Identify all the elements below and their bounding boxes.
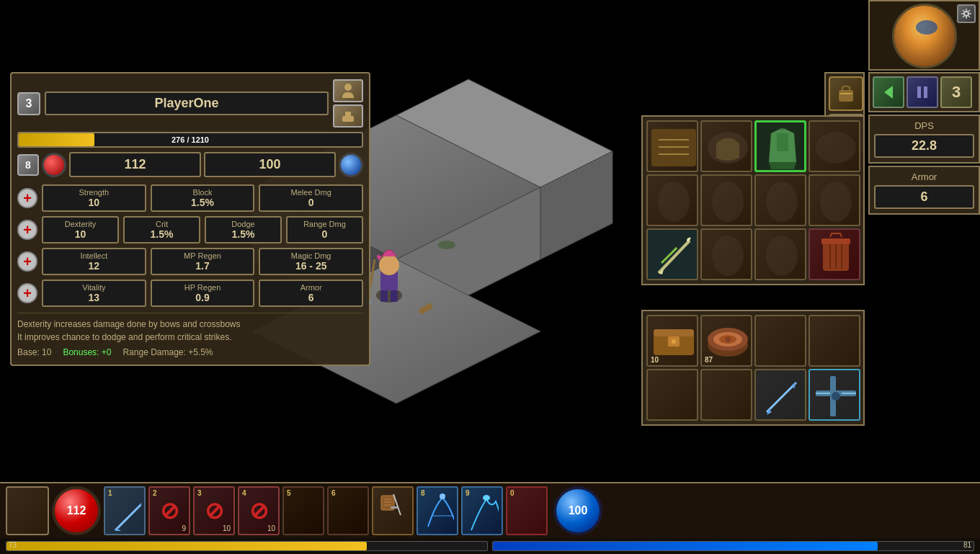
mp-orb [339, 153, 363, 177]
svg-point-34 [820, 182, 852, 222]
strength-plus-btn[interactable]: + [17, 188, 37, 208]
svg-point-87 [483, 495, 490, 501]
equip-slot-0[interactable] [646, 120, 698, 172]
equip-slot-4[interactable] [646, 174, 698, 226]
hotbar-slot-8[interactable]: 8 [416, 486, 458, 535]
mp-regen-label: MP Regen [155, 251, 251, 260]
block-label: Block [155, 188, 251, 197]
bag-slot-2[interactable] [754, 315, 806, 367]
hotbar-slot-4[interactable]: 4 ⊘ 10 [238, 486, 280, 535]
anvil-icon [339, 107, 357, 125]
dex-range-damage: Range Damage: +5.5% [122, 346, 213, 359]
equip-slot-6[interactable] [754, 174, 806, 226]
hotbar-slot-5[interactable]: 5 [282, 486, 324, 535]
svg-rect-47 [654, 329, 694, 336]
vitality-row: + Vitality 13 HP Regen 0.9 Armor 6 [17, 280, 363, 307]
crit-label: Crit [128, 220, 196, 228]
mp-regen-value: 1.7 [155, 260, 251, 272]
svg-rect-18 [342, 116, 354, 122]
vitality-value: 13 [46, 292, 142, 303]
bag-slot-6[interactable] [754, 369, 806, 421]
equip-slot-1[interactable] [700, 120, 752, 172]
svg-point-85 [440, 493, 445, 499]
bag-slot-0[interactable]: 10 [646, 315, 698, 367]
svg-rect-20 [840, 93, 852, 94]
dex-description: Dexterity increases damage done by bows … [17, 318, 363, 331]
equip-slot-8[interactable] [646, 228, 698, 280]
bag-grid: 10 87 [646, 315, 860, 421]
intellect-plus-btn[interactable]: + [17, 251, 37, 272]
equip-slot-9[interactable] [700, 228, 752, 280]
xp-text: 276 / 1210 [172, 135, 209, 144]
equip-slot-trash[interactable] [808, 228, 860, 280]
hp-globe-bottom: 112 [52, 486, 101, 535]
bag-icon [835, 83, 857, 104]
svg-point-17 [344, 84, 352, 91]
bag-slot-1[interactable]: 87 [700, 315, 752, 367]
equip-slot-5[interactable] [700, 174, 752, 226]
green-arrow-btn[interactable] [873, 76, 904, 108]
hotbar-3-num: 3 [197, 489, 202, 497]
strength-row: + Strength 10 Block 1.5% Melee Dmg 0 [17, 184, 363, 212]
xp-bar-left-num: 73 [9, 541, 17, 549]
svg-rect-19 [839, 90, 853, 102]
equip-slot-2[interactable] [754, 120, 806, 172]
hp-globe-value: 112 [67, 504, 86, 517]
dex-info-text: Dexterity increases damage done by bows … [17, 313, 363, 359]
hotbar-slot-2[interactable]: 2 ⊘ 9 [148, 486, 190, 535]
dodge-value: 1.5% [209, 228, 277, 240]
svg-point-49 [672, 339, 676, 344]
equip-slot-10[interactable] [754, 228, 806, 280]
strength-value: 10 [46, 197, 142, 208]
svg-line-73 [968, 16, 970, 17]
hotbar-1-num: 1 [108, 489, 112, 497]
hotbar-0-num: 0 [510, 489, 514, 497]
hotbar-7-icon [373, 488, 412, 534]
bag-slot-4[interactable] [646, 369, 698, 421]
bag-slot-5[interactable] [700, 369, 752, 421]
vitality-label: Vitality [46, 283, 142, 292]
dexterity-plus-btn[interactable]: + [17, 220, 37, 240]
hotbar-4-count: 10 [267, 524, 275, 532]
hotbar-slot-3[interactable]: 3 ⊘ 10 [193, 486, 235, 535]
dodge-label: Dodge [209, 220, 277, 228]
svg-rect-35 [648, 230, 698, 280]
svg-point-31 [658, 182, 690, 222]
bottom-bars: 73 81 [0, 538, 980, 554]
hotbar-slot-7[interactable] [372, 486, 414, 535]
minimap-container [868, 0, 980, 71]
hotbar-5-num: 5 [287, 489, 291, 497]
intellect-row: + Intellect 12 MP Regen 1.7 Magic Dmg 16… [17, 248, 363, 275]
vitality-plus-btn[interactable]: + [17, 283, 37, 303]
crit-value: 1.5% [128, 228, 196, 240]
svg-point-54 [725, 336, 731, 342]
range-dmg-label: Range Dmg [290, 220, 359, 228]
portrait-button-2[interactable] [333, 104, 363, 128]
bottom-hotbar: 112 1 2 ⊘ 9 3 ⊘ 10 4 ⊘ 10 5 6 [0, 482, 980, 538]
equip-slot-7[interactable] [808, 174, 860, 226]
dex-base: Base: 10 [17, 346, 51, 359]
tab-bag[interactable] [829, 76, 863, 111]
hotbar-slot-6[interactable]: 6 [327, 486, 369, 535]
xp-bar-container: 276 / 1210 [17, 132, 363, 148]
bag-slot-1-count: 87 [705, 356, 713, 364]
portrait-button-1[interactable] [333, 79, 363, 102]
svg-point-32 [712, 182, 744, 222]
hotbar-slot-1[interactable]: 1 [104, 486, 146, 535]
hotbar-2-icon: ⊘ [160, 499, 179, 522]
svg-rect-42 [821, 238, 850, 244]
hp-value: 112 [69, 152, 201, 177]
left-deco [6, 486, 49, 535]
bag-slot-7[interactable] [808, 369, 860, 421]
svg-point-61 [832, 392, 840, 401]
hotbar-slot-9[interactable]: 9 [461, 486, 503, 535]
xp-progress-fill [6, 542, 367, 550]
svg-point-33 [766, 182, 798, 222]
settings-button[interactable] [957, 4, 976, 23]
hp-regen-label: HP Regen [155, 283, 251, 292]
armor-box: Armor 6 [868, 166, 980, 215]
hotbar-slot-0[interactable]: 0 [506, 486, 548, 535]
equip-slot-3[interactable] [808, 120, 860, 172]
bag-slot-3[interactable] [808, 315, 860, 367]
svg-point-30 [816, 132, 856, 164]
